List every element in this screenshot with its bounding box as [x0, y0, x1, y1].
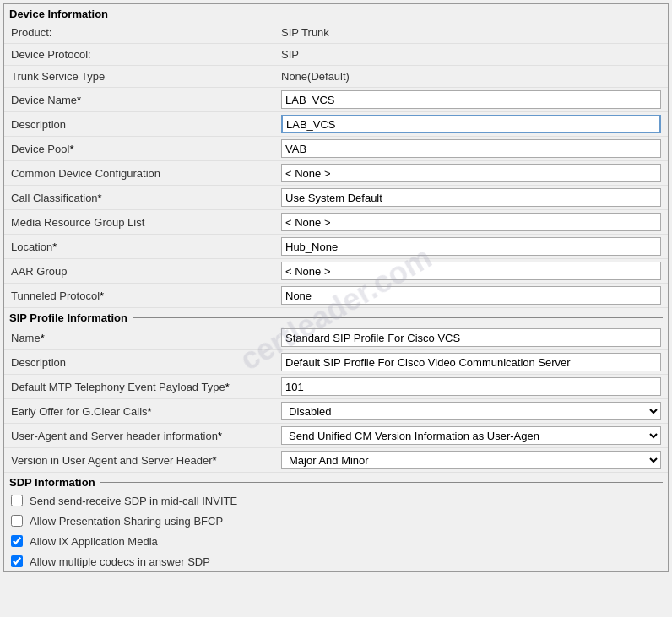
device-pool-value	[281, 139, 661, 158]
sip-profile-section: SIP Profile Information Name* Descriptio…	[4, 308, 668, 473]
main-container: Device Information Product: SIP Trunk De…	[3, 3, 669, 572]
user-agent-value: Send Unified CM Version Information as U…	[281, 426, 661, 445]
sdp-information-section: SDP Information Send send-receive SDP in…	[4, 473, 668, 571]
sip-description-row: Description	[4, 350, 668, 375]
tunneled-protocol-value	[281, 286, 661, 305]
sip-description-input[interactable]	[281, 353, 661, 371]
media-resource-group-label: Media Resource Group List	[11, 216, 281, 229]
sdp-information-header: SDP Information	[4, 473, 668, 490]
sip-name-row: Name*	[4, 326, 668, 350]
sdp-information-divider-line	[100, 482, 663, 483]
allow-ix-checkbox[interactable]	[11, 535, 23, 547]
sip-description-label: Description	[11, 356, 281, 369]
device-name-input[interactable]	[281, 90, 661, 109]
user-agent-row: User-Agent and Server header information…	[4, 424, 668, 448]
device-protocol-label: Device Protocol:	[11, 48, 281, 61]
user-agent-label: User-Agent and Server header information…	[11, 430, 281, 442]
call-classification-row: Call Classification*	[4, 186, 668, 210]
aar-group-input[interactable]	[281, 262, 661, 280]
description-row: Description	[4, 112, 668, 137]
location-row: Location*	[4, 235, 668, 259]
version-label: Version in User Agent and Server Header*	[11, 454, 281, 467]
call-classification-label: Call Classification*	[11, 192, 281, 204]
trunk-service-type-value: None(Default)	[281, 70, 661, 83]
device-protocol-value: SIP	[281, 48, 661, 61]
aar-group-value	[281, 262, 661, 280]
version-value: Major And Minor	[281, 451, 661, 469]
device-information-header: Device Information	[4, 4, 668, 22]
call-classification-input[interactable]	[281, 188, 661, 207]
device-name-value	[281, 90, 661, 109]
call-classification-value	[281, 188, 661, 207]
sdp-information-title: SDP Information	[9, 476, 100, 489]
device-name-label: Device Name*	[11, 94, 281, 106]
user-agent-select[interactable]: Send Unified CM Version Information as U…	[281, 426, 661, 445]
aar-group-label: AAR Group	[11, 265, 281, 278]
send-sdp-label: Send send-receive SDP in mid-call INVITE	[30, 495, 237, 507]
device-information-title: Device Information	[9, 8, 113, 20]
common-device-config-label: Common Device Configuration	[11, 167, 281, 180]
mtp-label: Default MTP Telephony Event Payload Type…	[11, 381, 281, 393]
tunneled-protocol-input[interactable]	[281, 286, 661, 305]
version-row: Version in User Agent and Server Header*…	[4, 448, 668, 473]
common-device-config-value	[281, 164, 661, 182]
product-value: SIP Trunk	[281, 26, 661, 39]
allow-multiple-codecs-row: Allow multiple codecs in answer SDP	[4, 551, 668, 571]
early-offer-select[interactable]: Disabled	[281, 402, 661, 420]
description-label: Description	[11, 118, 281, 131]
early-offer-label: Early Offer for G.Clear Calls*	[11, 405, 281, 418]
early-offer-row: Early Offer for G.Clear Calls* Disabled	[4, 399, 668, 424]
sip-profile-header: SIP Profile Information	[4, 308, 668, 326]
device-name-row: Device Name*	[4, 88, 668, 112]
description-input[interactable]	[281, 115, 661, 133]
mtp-row: Default MTP Telephony Event Payload Type…	[4, 375, 668, 399]
device-pool-label: Device Pool*	[11, 143, 281, 155]
allow-ix-label: Allow iX Application Media	[30, 535, 158, 548]
mtp-input[interactable]	[281, 377, 661, 396]
early-offer-value: Disabled	[281, 402, 661, 420]
allow-bfcp-label: Allow Presentation Sharing using BFCP	[30, 515, 223, 528]
common-device-config-input[interactable]	[281, 164, 661, 182]
tunneled-protocol-label: Tunneled Protocol*	[11, 290, 281, 302]
mtp-value	[281, 377, 661, 396]
version-select[interactable]: Major And Minor	[281, 451, 661, 469]
allow-bfcp-checkbox[interactable]	[11, 515, 23, 527]
sip-profile-title: SIP Profile Information	[9, 311, 133, 324]
allow-multiple-codecs-checkbox[interactable]	[11, 555, 23, 567]
product-row: Product: SIP Trunk	[4, 22, 668, 44]
allow-multiple-codecs-label: Allow multiple codecs in answer SDP	[30, 555, 210, 568]
media-resource-group-input[interactable]	[281, 213, 661, 231]
media-resource-group-row: Media Resource Group List	[4, 210, 668, 235]
trunk-service-type-row: Trunk Service Type None(Default)	[4, 66, 668, 88]
description-value	[281, 115, 661, 133]
device-information-section: Device Information Product: SIP Trunk De…	[4, 4, 668, 308]
device-protocol-row: Device Protocol: SIP	[4, 44, 668, 66]
location-label: Location*	[11, 241, 281, 253]
device-pool-input[interactable]	[281, 139, 661, 158]
product-label: Product:	[11, 26, 281, 39]
trunk-service-type-label: Trunk Service Type	[11, 70, 281, 83]
location-value	[281, 237, 661, 256]
sip-profile-divider-line	[133, 317, 663, 318]
allow-bfcp-row: Allow Presentation Sharing using BFCP	[4, 511, 668, 531]
location-input[interactable]	[281, 237, 661, 256]
allow-ix-row: Allow iX Application Media	[4, 531, 668, 551]
common-device-config-row: Common Device Configuration	[4, 161, 668, 186]
device-information-divider-line	[113, 14, 663, 14]
media-resource-group-value	[281, 213, 661, 231]
device-pool-row: Device Pool*	[4, 137, 668, 161]
send-sdp-checkbox[interactable]	[11, 495, 23, 506]
send-sdp-row: Send send-receive SDP in mid-call INVITE	[4, 490, 668, 511]
sip-name-label: Name*	[11, 332, 281, 344]
sip-name-input[interactable]	[281, 328, 661, 347]
sip-description-value	[281, 353, 661, 371]
sip-name-value	[281, 328, 661, 347]
tunneled-protocol-row: Tunneled Protocol*	[4, 284, 668, 308]
aar-group-row: AAR Group	[4, 259, 668, 284]
